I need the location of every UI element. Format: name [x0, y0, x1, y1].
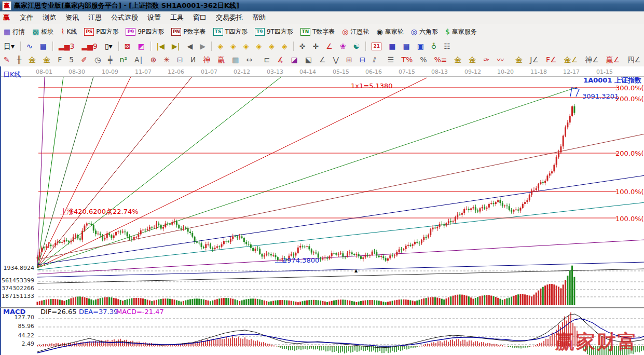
tool-diamond-hspan-button[interactable]: ◈	[240, 40, 252, 52]
toolbar-button-p-number-table[interactable]: PNP数字表	[168, 26, 209, 38]
toolbar-button-9t-square[interactable]: T99T四方形	[252, 26, 296, 38]
toolbar-button-t-square[interactable]: TST四方形	[210, 26, 251, 38]
tool-bars-9-button[interactable]: ▂▅9	[78, 40, 100, 52]
tool-step-back-button[interactable]: ◀	[184, 40, 196, 52]
tool-spiral-5-button[interactable]: 5	[66, 54, 77, 65]
tool-mirror-a-button[interactable]: A∣	[131, 54, 146, 65]
tool-printer-button[interactable]: ☷	[441, 40, 454, 52]
tool-percent-eq-button[interactable]: %≡	[431, 54, 450, 65]
tool-time-ruler-button[interactable]: ▦	[229, 54, 242, 65]
tool-petal-tool-button[interactable]: ❀	[337, 40, 349, 52]
tool-percent-button[interactable]: %	[417, 54, 430, 65]
tool-j-angle-button[interactable]: J∠	[527, 54, 542, 65]
toolbar-button-t-number-table[interactable]: TNT数字表	[297, 26, 338, 38]
tool-f-angle-button[interactable]: F∠	[543, 54, 560, 65]
tool-save-button[interactable]: ▣	[414, 40, 427, 52]
tool-star-wheel-button[interactable]: ✳	[160, 54, 173, 65]
menu-item-工具[interactable]: 工具	[166, 12, 188, 23]
tool-scale-list-button[interactable]: ☰	[385, 54, 398, 65]
tool-fence-tool-button[interactable]: ╫	[14, 54, 24, 65]
tool-map-button[interactable]: ⊠	[121, 40, 134, 52]
tool-diamond-expand-button[interactable]: ◈	[266, 40, 278, 52]
tool-angle-lines-button[interactable]: ∠	[316, 54, 329, 65]
tool-fan-box2-button[interactable]: ⬕	[302, 54, 315, 65]
toolbar-button-quotes[interactable]: ▦行情	[1, 26, 28, 38]
tool-blue-grid-button[interactable]: ⊟	[357, 54, 369, 65]
tool-step-forward-button[interactable]: ▶	[197, 40, 209, 52]
tool-shen-grid-button[interactable]: 神	[200, 54, 213, 65]
toolbar-button-kline[interactable]: ⌇K线	[58, 26, 80, 38]
menu-item-设置[interactable]: 设置	[143, 12, 166, 23]
tool-red-grid-button[interactable]: ⊞	[343, 54, 355, 65]
toolbar-button-winner-wheel[interactable]: ◉赢家轮	[373, 26, 406, 38]
tool-gold-underline-button[interactable]: 金	[512, 54, 526, 65]
tool-bars-3-button[interactable]: ▂▅3	[56, 40, 77, 52]
menu-item-帮助[interactable]: 帮助	[248, 12, 270, 23]
date-tick: 12-17	[563, 69, 580, 75]
tool-fan-lines-button[interactable]: ∡	[274, 54, 287, 65]
tool-fan-box-button[interactable]: ◪	[288, 54, 301, 65]
menu-item-交易委托[interactable]: 交易委托	[211, 12, 248, 23]
tool-n-squared-button[interactable]: n²	[117, 54, 131, 65]
tool-circle-cross-button[interactable]: ⊕	[147, 54, 160, 65]
tool-gold-circle-button[interactable]: 金	[451, 54, 465, 65]
tool-parallel-lines-button[interactable]: ⫽	[370, 54, 379, 65]
tool-pan-hand-button[interactable]: ✜	[296, 40, 309, 52]
tool-v-wave-button[interactable]: ⋁	[330, 54, 342, 65]
tool-candle-style-selector-button[interactable]: ▯▾	[102, 40, 116, 52]
tool-diamond-vspan-button[interactable]: ◈	[253, 40, 265, 52]
panel-type-label[interactable]: 日K线	[3, 70, 21, 79]
menu-item-江恩[interactable]: 江恩	[84, 12, 106, 23]
tool-diamond-right-button[interactable]: ◈	[227, 40, 239, 52]
tool-f-fence-button[interactable]: F	[54, 54, 65, 65]
tool-go-last-button[interactable]: ▶|	[169, 40, 183, 52]
menu-item-窗口[interactable]: 窗口	[188, 12, 211, 23]
tool-si-angle-button[interactable]: 四∠	[624, 54, 644, 65]
kline-panel[interactable]	[0, 66, 644, 307]
tool-calculator-button[interactable]: ▦	[386, 40, 399, 52]
tool-pen-tool-button[interactable]: ✎	[1, 54, 13, 65]
pen-tool-icon: ✎	[4, 56, 10, 64]
toolbar-button-p-square[interactable]: PSP四方形	[81, 26, 121, 38]
menu-item-资讯[interactable]: 资讯	[61, 12, 84, 23]
tool-diamond-left-button[interactable]: ◈	[214, 40, 226, 52]
tool-go-first-button[interactable]: |◀	[154, 40, 168, 52]
toolbar-button-sectors[interactable]: ▩板块	[29, 26, 57, 38]
tool-gold-angle-button[interactable]: 金∠	[561, 54, 581, 65]
tool-shen-angle-button[interactable]: 神∠	[582, 54, 602, 65]
menu-item-浏览[interactable]: 浏览	[38, 12, 61, 23]
tool-clock-circle-button[interactable]: ◷	[91, 54, 104, 65]
tool-notebook-button[interactable]: ▤	[400, 40, 413, 52]
tool-grid-wheel-button[interactable]: ⊡	[174, 54, 186, 65]
menu-item-公式选股[interactable]: 公式选股	[106, 12, 143, 23]
toolbar-button-9p-square[interactable]: P99P四方形	[122, 26, 167, 38]
tool-span-arrow-button[interactable]: ↔	[243, 54, 256, 65]
time-ruler-icon: ▦	[232, 56, 239, 64]
tool-brain-pattern-button[interactable]: ☯	[350, 40, 363, 52]
toolbar-button-winner-service[interactable]: $赢家服务	[442, 26, 480, 38]
tool-i-quote-button[interactable]: И	[187, 54, 199, 65]
tool-calendar-21-button[interactable]: 21	[368, 41, 385, 52]
tool-percent-line-button[interactable]: T%	[398, 54, 416, 65]
tool-info-report-button[interactable]: ▤	[37, 40, 50, 52]
tool-gold-fence2-button[interactable]: 金	[40, 54, 53, 65]
tool-diamond-compress-button[interactable]: ◈	[279, 40, 291, 52]
tool-volume-profile-button[interactable]: ◩	[134, 40, 147, 52]
tool-web-button[interactable]: ♁	[428, 40, 440, 52]
tool-fence3-button[interactable]: ╪	[105, 54, 115, 65]
menu-item-文件[interactable]: 文件	[15, 12, 38, 23]
toolbar-button-gann-wheel[interactable]: ◎江恩轮	[339, 26, 372, 38]
tool-ying-angle-button[interactable]: 赢∠	[603, 54, 623, 65]
tool-window-style-selector-button[interactable]: 日▾	[1, 40, 18, 52]
tool-wave-gold-button[interactable]: 〰	[494, 54, 507, 65]
tool-angle-measure-button[interactable]: ∠	[323, 40, 336, 52]
tool-gold-line-button[interactable]: 金	[466, 54, 479, 65]
tool-crosshair-button[interactable]: ✛	[310, 40, 322, 52]
tool-brush-button[interactable]: ✑	[481, 54, 493, 65]
tool-gold-fence-button[interactable]: 金	[25, 54, 39, 65]
toolbar-button-hexagon[interactable]: ◎六角形	[408, 26, 441, 38]
tool-box-ruler-button[interactable]: ⊏	[261, 54, 273, 65]
tool-ying-grid-button[interactable]: 赢	[214, 54, 228, 65]
tool-angle-pen-button[interactable]: ✐	[78, 54, 90, 65]
tool-browse-zigzag-button[interactable]: ∿	[23, 40, 36, 52]
